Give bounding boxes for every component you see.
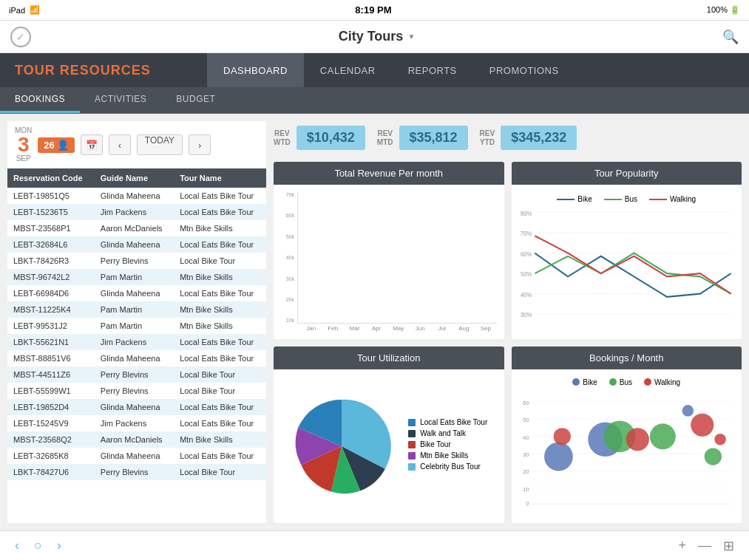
nav-promotions[interactable]: PROMOTIONS [473, 53, 575, 87]
subnav-activities[interactable]: ACTIVITIES [80, 87, 161, 113]
table-row[interactable]: MBST-96742L2Pam MartinMtn Bike Skills [7, 269, 266, 285]
rev-wtd-value: $10,432 [296, 126, 365, 150]
svg-text:60%: 60% [520, 251, 532, 258]
legend-local-eats: Local Eats Bike Tour [408, 418, 487, 426]
table-cell: Local Bike Tour [174, 366, 266, 383]
rev-wtd-label: REVWTD [274, 129, 291, 147]
x-labels: Jan Feb Mar Apr May Jun Jul Aug Sep [300, 324, 497, 332]
x-apr: Apr [366, 325, 388, 332]
table-cell: LBKT-78427U6 [7, 464, 95, 480]
nav-items: DASHBOARD CALENDAR REPORTS PROMOTIONS [207, 53, 749, 87]
table-row[interactable]: LBKT-55621N1Jim PackensLocal Eats Bike T… [7, 334, 266, 350]
check-icon: ✓ [16, 31, 25, 43]
bubble-chart-card: Bookings / Month Bike Bus [512, 346, 742, 524]
table-cell: Local Eats Bike Tour [174, 236, 266, 253]
page-indicator[interactable]: ○ [34, 538, 42, 553]
y-label-50k: 50k [286, 234, 294, 239]
table-cell: Perry Blevins [95, 464, 174, 480]
legend-walk-talk-label: Walk and Talk [420, 429, 466, 437]
legend-celebrity-bus: Celebrity Bus Tour [408, 462, 487, 471]
table-cell: Glinda Maheena [95, 188, 174, 204]
table-cell: Local Eats Bike Tour [174, 334, 266, 350]
sub-nav: BOOKINGS ACTIVITIES BUDGET [0, 87, 749, 114]
search-button[interactable]: 🔍 [722, 29, 739, 45]
nav-reports[interactable]: REPORTS [392, 53, 473, 87]
svg-text:70%: 70% [520, 231, 532, 237]
table-row[interactable]: LEBT-15245V9Jim PackensLocal Eats Bike T… [7, 415, 266, 431]
status-time: 8:19 PM [355, 4, 391, 16]
table-cell: Mtn Bike Skills [174, 220, 266, 236]
svg-point-28 [682, 405, 694, 417]
table-row[interactable]: LBKT-78427U6Perry BlevinsLocal Bike Tour [7, 464, 266, 480]
grid-button[interactable]: ⊞ [723, 538, 734, 554]
table-row[interactable]: LEBT-55599W1Perry BlevinsLocal Bike Tour [7, 383, 266, 399]
table-row[interactable]: LEBT-66984D6Glinda MaheenaLocal Eats Bik… [7, 285, 266, 301]
bubble-bike-label: Bike [583, 378, 597, 386]
today-button[interactable]: TODAY [137, 134, 183, 155]
table-row[interactable]: MBST-23568Q2Aaron McDanielsMtn Bike Skil… [7, 431, 266, 448]
x-feb: Feb [322, 325, 345, 332]
table-cell: Jim Packens [95, 334, 174, 350]
app-title[interactable]: City Tours ▼ [339, 29, 416, 44]
table-cell: LBKT-78426R3 [7, 253, 95, 269]
table-row[interactable]: MBST-23568P1Aaron McDanielsMtn Bike Skil… [7, 220, 266, 236]
legend-bike-tour-label: Bike Tour [420, 440, 451, 448]
back-button[interactable]: ✓ [10, 27, 31, 47]
table-row[interactable]: MBST-11225K4Pam MartinMtn Bike Skills [7, 301, 266, 318]
svg-text:30: 30 [522, 451, 529, 458]
table-row[interactable]: LEBT-19852D4Glinda MaheenaLocal Eats Bik… [7, 399, 266, 415]
table-cell: Perry Blevins [95, 366, 174, 383]
status-left: iPad 📶 [9, 5, 40, 15]
add-button[interactable]: + [678, 538, 686, 553]
legend-local-eats-label: Local Eats Bike Tour [420, 418, 487, 426]
nav-calendar[interactable]: CALENDAR [304, 53, 392, 87]
main-nav: TOUR RESOURCES DASHBOARD CALENDAR REPORT… [0, 53, 749, 87]
x-aug: Aug [453, 325, 475, 332]
svg-point-33 [626, 428, 648, 451]
subnav-bookings[interactable]: BOOKINGS [0, 87, 80, 113]
legend-dot-celebrity-bus [408, 463, 416, 471]
revenue-bar: REVWTD $10,432 REVMTD $35,812 REVYTD $34… [274, 121, 742, 154]
table-cell: Glinda Maheena [95, 448, 174, 464]
table-row[interactable]: MBST-44511Z6Perry BlevinsLocal Bike Tour [7, 366, 266, 383]
booking-count-badge: 26 👤 [38, 137, 74, 153]
prev-page-button[interactable]: ‹ [15, 538, 19, 553]
table-row[interactable]: LEBT-15236T5Jim PackensLocal Eats Bike T… [7, 204, 266, 220]
next-date-button[interactable]: › [189, 134, 211, 155]
y-label-10k: 10k [286, 318, 294, 323]
table-row[interactable]: LEBT-99531J2Pam MartinMtn Bike Skills [7, 318, 266, 334]
status-right: 100% 🔋 [707, 5, 740, 15]
table-row[interactable]: LBKT-78426R3Perry BlevinsLocal Bike Tour [7, 253, 266, 269]
legend-bus-line [604, 199, 622, 200]
legend-bus: Bus [604, 195, 637, 203]
next-page-button[interactable]: › [57, 538, 61, 553]
table-row[interactable]: LEBT-32684L6Glinda MaheenaLocal Eats Bik… [7, 236, 266, 253]
table-cell: MBST-88851V6 [7, 350, 95, 366]
y-label-60k: 60k [286, 213, 294, 218]
table-cell: Local Bike Tour [174, 253, 266, 269]
table-cell: LEBT-99531J2 [7, 318, 95, 334]
prev-date-button[interactable]: ‹ [109, 134, 131, 155]
remove-button[interactable]: — [698, 538, 711, 553]
person-icon: 👤 [57, 140, 69, 151]
svg-point-30 [649, 423, 675, 449]
legend-bus-label: Bus [625, 195, 637, 203]
nav-dashboard[interactable]: DASHBOARD [207, 53, 304, 87]
table-row[interactable]: LEBT-19851Q5Glinda MaheenaLocal Eats Bik… [7, 188, 266, 204]
table-cell: Jim Packens [95, 204, 174, 220]
svg-point-32 [553, 428, 570, 445]
table-cell: MBST-11225K4 [7, 301, 95, 318]
legend-walking: Walking [649, 195, 696, 203]
bubble-legend: Bike Bus Walking [519, 377, 735, 388]
x-mar: Mar [344, 325, 366, 332]
svg-point-34 [691, 413, 714, 436]
table-row[interactable]: MBST-88851V6Glinda MaheenaLocal Eats Bik… [7, 350, 266, 366]
table-cell: Local Eats Bike Tour [174, 448, 266, 464]
content-area: MON 3 SEP 26 👤 📅 ‹ TODAY › Reservation C… [0, 114, 749, 530]
table-cell: LBKT-55621N1 [7, 334, 95, 350]
calendar-icon-button[interactable]: 📅 [81, 134, 103, 155]
table-cell: Perry Blevins [95, 253, 174, 269]
bubble-svg: 60 50 40 30 20 10 0 [519, 388, 735, 516]
subnav-budget[interactable]: BUDGET [161, 87, 230, 113]
table-row[interactable]: LEBT-32685K8Glinda MaheenaLocal Eats Bik… [7, 448, 266, 464]
